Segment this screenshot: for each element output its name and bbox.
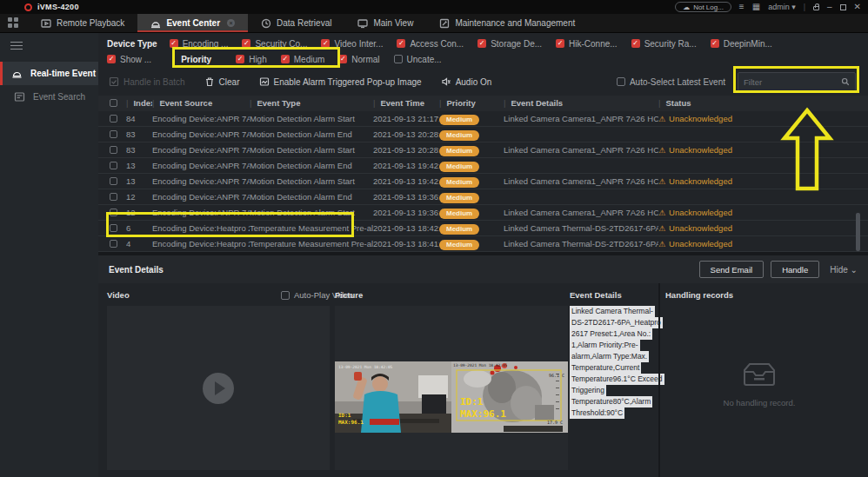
event-text-line: Threshold:90°C [570,407,624,419]
login-status-pill[interactable]: ☁Not Log... [675,2,731,12]
filter-checkbox[interactable]: Video Inter... [321,39,383,49]
tab-maintenance[interactable]: Maintenance and Management [426,14,588,32]
column-header-event-type[interactable]: Event Type [250,96,373,111]
row-checkbox[interactable] [110,240,117,248]
row-checkbox[interactable] [110,177,117,185]
tab-data-retrieval[interactable]: Data Retrieval [248,14,344,32]
maintenance-icon [439,18,450,29]
filter-checkbox[interactable]: Encoding ... [170,39,229,49]
tab-remote-playback[interactable]: Remote Playback [28,14,137,32]
sidebar-item-event-search[interactable]: Event Search [0,85,98,109]
table-row[interactable]: 12 Encoding Device:ANPR 7A26 ... Motion … [98,189,868,205]
column-header-index[interactable]: Index [126,96,152,111]
row-checkbox[interactable] [110,115,117,123]
filter-checkbox[interactable]: Medium [281,55,325,64]
enable-popup-button[interactable]: Enable Alarm Triggered Pop-up Image [259,76,422,87]
apps-grid-icon[interactable] [8,17,19,29]
list-menu-icon[interactable]: ≡ [739,3,744,11]
priority-badge: Medium [439,162,479,172]
cell-event-details: Linked Camera Camera1_ANPR 7A26 HCM [504,205,658,221]
filter-checkbox[interactable]: DeepinMin... [711,39,772,49]
visible-camera-image: 13-09-2021 Mon 18:42:05 ID:1 MAX:96.1 [335,361,451,433]
hide-toggle[interactable]: Hide ⌄ [830,265,858,275]
window-titlebar: iVMS-4200 ☁Not Log... ≡ ▦ admin ▾ | – ✕ [0,0,868,14]
filter-checkbox[interactable]: Security Ra... [631,39,697,49]
warning-icon: ⚠ [658,224,665,233]
cell-event-source: Encoding Device:ANPR 7A26 ... [152,142,250,158]
event-text-line: Temperature,Current [570,362,641,374]
table-row[interactable]: 83 Encoding Device:ANPR 7A26 ... Motion … [98,127,868,142]
column-header-priority[interactable]: Priority [439,96,504,111]
event-details-body: Video Auto-Play Video Picture Event Deta… [98,283,868,477]
cell-event-details: Linked Camera Camera1_ANPR 7A26 HCM [504,174,658,189]
table-row[interactable]: 12 Encoding Device:ANPR 7A26 ... Motion … [98,205,868,221]
picture-label: Picture [335,290,363,300]
checkbox-icon [321,39,330,48]
checkbox-label: High [249,55,267,64]
tab-close-icon[interactable]: × [227,19,235,27]
handle-button[interactable]: Handle [771,261,819,278]
tab-event-center[interactable]: Event Center × [137,14,248,32]
filter-checkbox[interactable]: Security Co... [242,39,307,49]
auto-select-checkbox[interactable]: Auto-Select Latest Event [617,77,725,87]
table-row[interactable]: 4 Encoding Device:Heatpro 26... Temperat… [98,236,868,252]
close-button[interactable]: ✕ [854,3,861,11]
filter-checkbox[interactable]: Hik-Conne... [556,39,618,49]
column-header-status[interactable]: Status [658,96,789,111]
filter-checkbox[interactable]: Uncate... [394,55,442,64]
row-checkbox[interactable] [110,130,117,138]
cell-event-source: Encoding Device:ANPR 7A26 ... [152,205,250,221]
audio-on-button[interactable]: Audio On [441,76,492,87]
table-scrollbar[interactable] [856,213,860,251]
cell-event-time: 2021-09-13 20:28:09 [373,127,439,142]
event-text-line: alarm,Alarm Type:Max. [570,351,649,362]
play-button[interactable] [203,373,234,404]
minimize-button[interactable]: – [827,3,832,11]
table-row[interactable]: 13 Encoding Device:ANPR 7A26 ... Motion … [98,158,868,174]
row-checkbox[interactable] [110,162,117,169]
column-header-event-source[interactable]: Event Source [152,96,250,111]
event-text-line: 1,Alarm Priority:Pre- [570,340,640,351]
cell-event-time: 2021-09-13 20:28:05 [373,142,439,158]
filter-input[interactable] [744,77,841,87]
checkbox-icon [631,39,640,48]
tool-label: Enable Alarm Triggered Pop-up Image [274,77,422,87]
send-email-button[interactable]: Send Email [699,261,765,278]
lock-icon[interactable] [813,6,819,10]
layout-icon[interactable]: ▦ [752,3,760,11]
cell-event-type: Motion Detection Alarm End [250,158,373,174]
filter-checkbox[interactable]: Access Con... [397,39,464,49]
sidebar-item-realtime-event[interactable]: Real-time Event [0,62,98,85]
cell-event-details [504,127,658,142]
event-details-column-label: Event Details [570,290,622,300]
cell-index: 13 [126,158,152,174]
row-checkbox[interactable] [110,209,117,216]
cell-event-time: 2021-09-13 19:36:56 [373,189,439,205]
row-checkbox[interactable] [110,146,117,154]
table-row[interactable]: 6 Encoding Device:Heatpro 26... Temperat… [98,221,868,236]
handle-in-batch-button[interactable]: Handle in Batch [109,76,185,87]
tab-main-view[interactable]: Main View [344,14,426,32]
table-row[interactable]: 83 Encoding Device:ANPR 7A26 ... Motion … [98,142,868,158]
cell-event-time: 2021-09-13 18:41:49 [373,236,439,252]
filter-checkbox[interactable]: Normal [338,55,379,64]
tool-label: Clear [219,77,240,87]
filter-checkbox[interactable]: High [236,55,267,64]
clear-button[interactable]: Clear [204,76,240,87]
cell-index: 13 [126,174,152,189]
column-header-event-details[interactable]: Event Details [504,96,658,111]
user-menu[interactable]: admin ▾ [768,3,796,11]
filter-checkbox[interactable]: Storage De... [477,39,542,49]
table-row[interactable]: 13 Encoding Device:ANPR 7A26 ... Motion … [98,174,868,189]
maximize-button[interactable] [840,4,846,10]
row-checkbox[interactable] [110,224,117,232]
tab-label: Data Retrieval [277,18,331,28]
hamburger-icon[interactable] [10,42,23,50]
table-row[interactable]: 84 Encoding Device:ANPR 7A26 ... Motion … [98,111,868,127]
alarm-picture[interactable]: 13-09-2021 Mon 18:42:05 ID:1 MAX:96.1 [335,361,568,433]
row-checkbox[interactable] [110,193,117,201]
column-header-event-time[interactable]: Event Time [373,96,439,111]
select-all-checkbox[interactable] [110,99,117,107]
show-checkbox[interactable]: Show ... [107,55,151,64]
tab-label: Maintenance and Management [455,18,575,28]
